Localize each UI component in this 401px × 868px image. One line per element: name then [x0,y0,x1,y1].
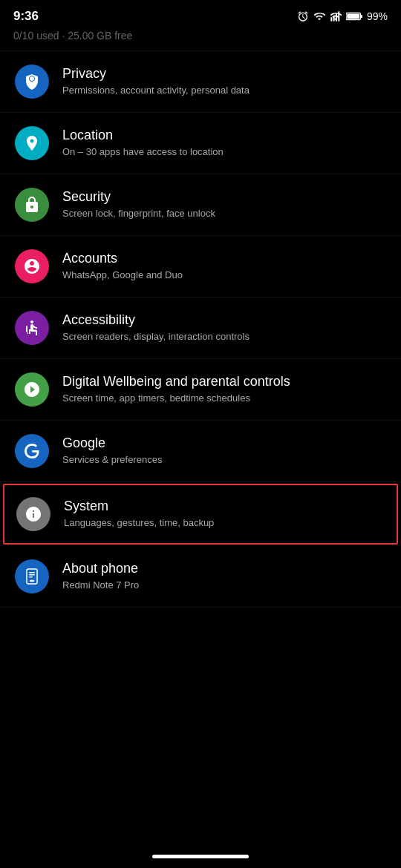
accessibility-icon [15,311,49,345]
svg-point-7 [30,76,34,81]
status-time: 9:36 [13,9,39,24]
system-subtitle: Languages, gestures, time, backup [64,516,385,530]
about-phone-icon [15,559,49,594]
google-icon [15,434,49,468]
svg-point-8 [30,320,33,323]
settings-item-google[interactable]: GoogleServices & preferences [0,421,401,482]
location-icon [15,126,49,160]
google-title: Google [62,435,386,451]
svg-rect-12 [29,576,33,578]
settings-list: PrivacyPermissions, account activity, pe… [0,51,401,608]
settings-item-digital-wellbeing[interactable]: Digital Wellbeing and parental controlsS… [0,359,401,421]
top-partial-item: 0/10 used · 25.00 GB free [0,30,401,51]
privacy-title: Privacy [62,66,386,82]
about-phone-title: About phone [62,561,386,576]
svg-rect-5 [361,15,362,18]
svg-rect-11 [29,574,35,576]
settings-item-security[interactable]: SecurityScreen lock, fingerprint, face u… [0,174,401,236]
location-title: Location [62,128,386,143]
battery-percent: 99% [367,10,388,22]
digital-wellbeing-title: Digital Wellbeing and parental controls [62,374,386,389]
location-subtitle: On – 30 apps have access to location [62,145,386,159]
alarm-icon [297,10,309,22]
svg-rect-3 [338,11,339,21]
settings-item-privacy[interactable]: PrivacyPermissions, account activity, pe… [0,51,401,113]
svg-rect-6 [347,14,359,19]
accessibility-title: Accessibility [62,312,386,328]
battery-icon [346,11,362,22]
settings-item-accessibility[interactable]: AccessibilityScreen readers, display, in… [0,297,401,359]
accounts-icon [15,249,49,283]
digital-wellbeing-subtitle: Screen time, app timers, bedtime schedul… [62,392,386,405]
settings-item-about-phone[interactable]: About phoneRedmi Note 7 Pro [0,546,401,608]
accessibility-subtitle: Screen readers, display, interaction con… [62,330,386,343]
security-subtitle: Screen lock, fingerprint, face unlock [62,207,386,220]
accounts-title: Accounts [62,251,386,266]
bottom-nav-bar [0,844,401,868]
svg-rect-1 [333,16,335,22]
home-gesture-pill [152,855,249,858]
security-icon [15,188,49,222]
privacy-subtitle: Permissions, account activity, personal … [62,84,386,97]
settings-item-accounts[interactable]: AccountsWhatsApp, Google and Duo [0,236,401,297]
svg-rect-2 [336,13,337,22]
security-title: Security [62,189,386,205]
privacy-icon [15,65,49,99]
status-icons: 99% [297,10,388,22]
about-phone-subtitle: Redmi Note 7 Pro [62,579,386,592]
svg-rect-0 [330,17,332,21]
system-icon [16,497,50,531]
svg-rect-13 [30,580,34,582]
accounts-subtitle: WhatsApp, Google and Duo [62,269,386,282]
settings-item-location[interactable]: LocationOn – 30 apps have access to loca… [0,113,401,174]
status-bar: 9:36 99% [0,0,401,30]
google-subtitle: Services & preferences [62,453,386,467]
digital-wellbeing-icon [15,372,49,407]
wifi-icon [313,10,325,22]
settings-item-system[interactable]: SystemLanguages, gestures, time, backup [3,484,398,545]
system-title: System [64,499,385,514]
signal-icon [330,10,342,22]
svg-rect-10 [29,572,35,573]
